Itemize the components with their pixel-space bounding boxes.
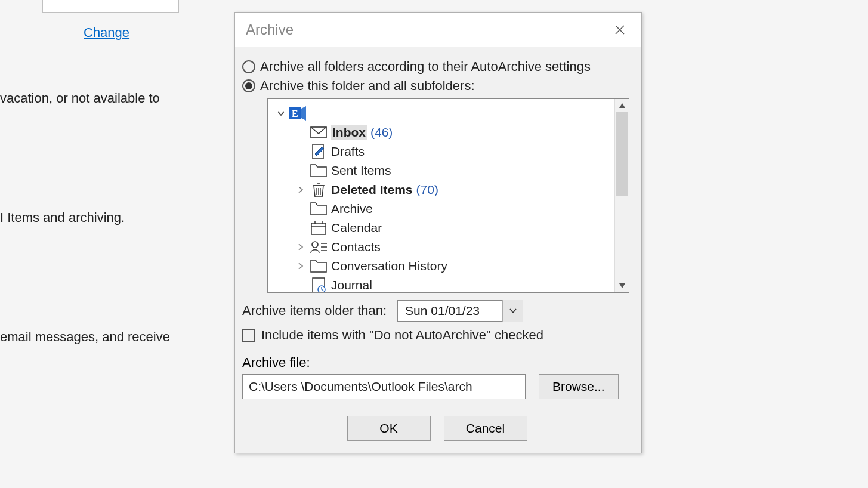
folder-icon: [310, 163, 328, 178]
archive-file-input[interactable]: C:\Users \Documents\Outlook Files\arch: [242, 374, 526, 399]
folder-count: (46): [370, 125, 393, 140]
radio-icon: [242, 79, 255, 92]
folder-label: Calendar: [331, 221, 382, 235]
background-text: I Items and archiving.: [0, 210, 125, 226]
tree-item-deleted-items[interactable]: Deleted Items(70): [275, 180, 612, 199]
chevron-right-icon[interactable]: [298, 262, 310, 270]
radio-icon: [242, 60, 255, 73]
trash-icon: [310, 182, 328, 197]
account-thumbnail: [42, 0, 179, 13]
contacts-icon: [310, 239, 328, 255]
tree-item-contacts[interactable]: Contacts: [275, 237, 612, 257]
radio-label: Archive all folders according to their A…: [260, 59, 591, 75]
dialog-title: Archive: [246, 21, 294, 38]
ok-button[interactable]: OK: [347, 416, 431, 441]
background-text: email messages, and receive: [0, 329, 170, 345]
chevron-right-icon[interactable]: [298, 186, 310, 193]
tree-item-archive[interactable]: Archive: [275, 199, 612, 218]
svg-point-5: [312, 242, 318, 248]
close-icon[interactable]: [609, 21, 631, 38]
cancel-button[interactable]: Cancel: [444, 416, 527, 441]
tree-item-journal[interactable]: Journal: [275, 276, 612, 292]
folder-tree[interactable]: EInbox(46)DraftsSent ItemsDeleted Items(…: [267, 98, 629, 293]
tree-item-inbox[interactable]: Inbox(46): [275, 123, 612, 142]
svg-rect-4: [311, 223, 326, 234]
tree-item-sent-items[interactable]: Sent Items: [275, 161, 612, 180]
scrollbar-thumb[interactable]: [616, 112, 628, 196]
folder-icon: [310, 258, 328, 274]
folder-icon: [310, 201, 328, 217]
chevron-down-icon[interactable]: [502, 300, 523, 322]
include-label: Include items with "Do not AutoArchive" …: [261, 328, 543, 343]
exchange-icon: E: [289, 106, 307, 121]
folder-label: Conversation History: [331, 259, 447, 273]
chevron-down-icon[interactable]: [277, 110, 289, 116]
older-than-label: Archive items older than:: [242, 303, 387, 319]
folder-label: Inbox: [331, 125, 367, 140]
older-than-row: Archive items older than: Sun 01/01/23: [242, 300, 632, 322]
older-than-value: Sun 01/01/23: [398, 304, 502, 318]
radio-label: Archive this folder and all subfolders:: [260, 78, 475, 94]
tree-item-conversation-history[interactable]: Conversation History: [275, 257, 612, 276]
radio-archive-folder[interactable]: Archive this folder and all subfolders:: [242, 78, 632, 94]
checkbox-icon: [242, 329, 255, 342]
scroll-down-icon[interactable]: [615, 279, 629, 292]
archive-dialog: Archive Archive all folders according to…: [234, 12, 642, 453]
folder-count: (70): [416, 183, 438, 197]
tree-item-calendar[interactable]: Calendar: [275, 218, 612, 237]
folder-label: Journal: [331, 278, 372, 292]
draft-icon: [310, 144, 328, 159]
chevron-right-icon[interactable]: [298, 243, 310, 251]
scroll-up-icon[interactable]: [615, 99, 629, 112]
change-link[interactable]: Change: [84, 25, 129, 41]
scrollbar[interactable]: [614, 99, 629, 292]
tree-item-drafts[interactable]: Drafts: [275, 142, 612, 161]
folder-label: Archive: [331, 202, 373, 216]
journal-icon: [310, 277, 328, 292]
folder-label: Contacts: [331, 240, 381, 254]
folder-label: Drafts: [331, 144, 365, 159]
folder-label: Sent Items: [331, 163, 391, 178]
archive-file-label: Archive file:: [242, 355, 632, 370]
mail-icon: [310, 125, 328, 140]
older-than-field[interactable]: Sun 01/01/23: [397, 300, 523, 322]
svg-text:E: E: [292, 109, 298, 119]
tree-root[interactable]: E: [275, 104, 612, 123]
include-checkbox-row[interactable]: Include items with "Do not AutoArchive" …: [242, 328, 632, 343]
titlebar: Archive: [235, 13, 641, 47]
browse-button[interactable]: Browse...: [539, 374, 619, 399]
folder-label: Deleted Items: [331, 183, 413, 197]
background-text: vacation, or not available to: [0, 91, 160, 106]
radio-autoarchive-all[interactable]: Archive all folders according to their A…: [242, 59, 632, 75]
calendar-icon: [310, 220, 328, 236]
